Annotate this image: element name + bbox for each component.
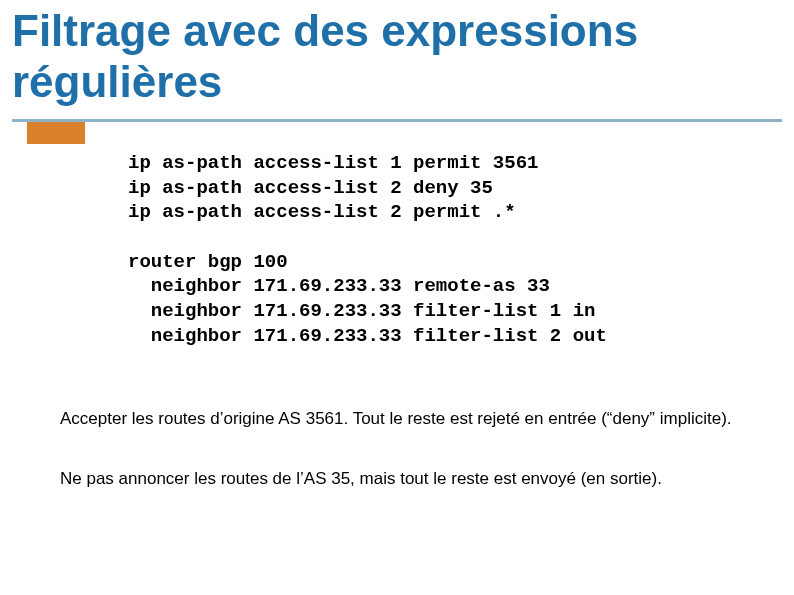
paragraph-2: Ne pas annoncer les routes de l’AS 35, m… — [60, 468, 740, 491]
accent-box — [27, 122, 85, 144]
code-line: neighbor 171.69.233.33 filter-list 2 out — [128, 325, 607, 347]
code-line: neighbor 171.69.233.33 filter-list 1 in — [128, 300, 595, 322]
code-line: neighbor 171.69.233.33 remote-as 33 — [128, 275, 550, 297]
title-line-1: Filtrage avec des expressions — [12, 6, 638, 55]
slide: Filtrage avec des expressions régulières… — [0, 0, 794, 595]
code-block: ip as-path access-list 1 permit 3561 ip … — [128, 151, 607, 349]
code-line: router bgp 100 — [128, 251, 288, 273]
divider-line — [12, 119, 782, 122]
code-line: ip as-path access-list 1 permit 3561 — [128, 152, 538, 174]
code-line: ip as-path access-list 2 permit .* — [128, 201, 516, 223]
paragraph-1: Accepter les routes d’origine AS 3561. T… — [60, 408, 740, 431]
title-line-2: régulières — [12, 57, 222, 106]
code-line: ip as-path access-list 2 deny 35 — [128, 177, 493, 199]
slide-title: Filtrage avec des expressions régulières — [12, 6, 638, 107]
